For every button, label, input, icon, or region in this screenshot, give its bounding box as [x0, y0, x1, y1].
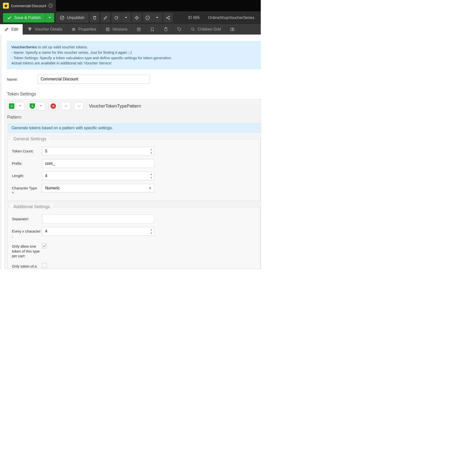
svg-point-8 — [74, 29, 75, 30]
pencil-icon — [103, 16, 108, 20]
help-heading: VoucherSeries — [11, 45, 37, 49]
tab-children-grid-label: Children Grid — [198, 27, 221, 32]
only-token-checkbox[interactable] — [42, 263, 47, 268]
additional-settings-legend: Additional Settings — [11, 204, 52, 209]
separator-input[interactable] — [42, 215, 154, 223]
pattern-subtitle: Pattern — [5, 113, 261, 123]
delete-block-button[interactable]: ✕ — [49, 102, 58, 110]
every-x-spinner: ▲ ▼ — [149, 228, 153, 235]
check-icon — [7, 15, 12, 20]
tab-properties[interactable]: Properties — [67, 24, 101, 35]
share-button[interactable] — [163, 13, 173, 22]
prefix-input[interactable] — [42, 159, 154, 168]
locate-button[interactable] — [132, 13, 141, 22]
tag-icon — [177, 27, 182, 32]
svg-rect-10 — [106, 28, 107, 29]
spinner-up-button[interactable]: ▲ — [149, 228, 153, 231]
diamond-icon — [27, 27, 32, 32]
document-tab-title: Commercial-Discount — [11, 4, 46, 8]
versions-icon — [105, 27, 110, 32]
separator-row: Separator: — [12, 215, 260, 223]
save-publish-button[interactable]: Save & Publish — [3, 13, 45, 22]
tab-children-grid[interactable]: Children Grid — [186, 24, 226, 35]
chevron-up-icon — [64, 104, 68, 108]
clipboard-icon — [164, 27, 168, 32]
reload-button[interactable] — [112, 13, 121, 22]
share-icon — [166, 16, 170, 20]
block-type-title: VoucherTokenTypePattern — [87, 104, 141, 109]
svg-rect-14 — [137, 28, 140, 31]
info-button[interactable] — [143, 13, 152, 22]
svg-point-7 — [73, 28, 73, 29]
chevron-down-icon — [19, 105, 21, 107]
character-type-select[interactable] — [42, 184, 154, 193]
spinner-up-button[interactable]: ▲ — [149, 147, 153, 151]
chevron-down-icon — [124, 16, 127, 19]
tab-edit[interactable]: Edit — [0, 24, 23, 35]
book-icon — [230, 27, 235, 32]
save-dropdown-button[interactable] — [45, 13, 54, 22]
character-type-label: Character Type *: — [12, 184, 42, 195]
search-icon — [191, 27, 195, 32]
name-input[interactable] — [37, 75, 150, 84]
svg-point-2 — [136, 17, 137, 18]
token-count-spinner: ▲ ▼ — [149, 147, 153, 155]
move-down-button[interactable] — [74, 102, 83, 110]
name-label: Name: — [7, 77, 37, 81]
token-count-input[interactable] — [42, 147, 154, 156]
paste-group: + — [28, 102, 45, 110]
info-group — [143, 13, 162, 22]
token-settings-title: Token Settings — [7, 92, 261, 97]
tab-voucher-details-label: Voucher Details — [35, 27, 62, 32]
one-token-label: Only allow one token of this type per ca… — [12, 242, 42, 258]
move-up-button[interactable] — [62, 102, 70, 110]
tab-schedule[interactable] — [132, 24, 146, 35]
tab-dependencies[interactable] — [159, 24, 173, 35]
spinner-down-button[interactable]: ▼ — [149, 231, 153, 235]
tab-tags[interactable] — [173, 24, 186, 35]
tab-notes[interactable] — [146, 24, 159, 35]
every-x-input[interactable] — [42, 227, 154, 236]
pencil-icon — [4, 27, 9, 32]
close-icon[interactable] — [48, 3, 53, 8]
tab-voucher-details[interactable]: Voucher Details — [23, 24, 67, 35]
unpublish-button[interactable]: Unpublish — [56, 13, 88, 22]
one-token-checkbox[interactable] — [42, 243, 47, 248]
prefix-label: Prefix: — [12, 159, 42, 166]
chevron-down-icon: ▼ — [148, 186, 152, 190]
token-settings-block: + + ✕ VoucherTokenTypePattern Patt — [4, 99, 261, 269]
spinner-up-button[interactable]: ▲ — [149, 172, 153, 176]
tab-edit-label: Edit — [11, 27, 18, 32]
spinner-down-button[interactable]: ▼ — [149, 176, 153, 179]
paste-button[interactable]: + — [28, 102, 36, 110]
help-line-1: - Name: Specify a name for this voucher … — [11, 50, 132, 55]
tab-properties-label: Properties — [78, 27, 96, 32]
unpublish-label: Unpublish — [67, 16, 85, 20]
save-group: Save & Publish — [3, 13, 54, 22]
shield-plus-icon: + — [30, 103, 35, 109]
length-input[interactable] — [42, 171, 154, 180]
add-dropdown-button[interactable] — [16, 102, 24, 110]
add-button[interactable]: + — [7, 102, 16, 110]
rename-button[interactable] — [101, 13, 110, 22]
add-group: + — [7, 102, 24, 110]
tab-versions[interactable]: Versions — [101, 24, 132, 35]
document-tab[interactable]: Commercial-Discount — [0, 0, 56, 11]
tab-versions-label: Versions — [112, 27, 127, 32]
character-type-row: Character Type *: ▼ — [12, 184, 260, 195]
calendar-icon — [137, 27, 141, 32]
panel-tabs: Edit Voucher Details Properties Versions — [0, 24, 261, 35]
sliders-icon — [71, 27, 76, 32]
x-icon: ✕ — [51, 103, 56, 109]
every-x-label: Every x character : — [12, 227, 42, 238]
spinner-down-button[interactable]: ▼ — [149, 151, 153, 155]
paste-dropdown-button[interactable] — [36, 102, 45, 110]
save-publish-label: Save & Publish — [14, 16, 41, 20]
info-dropdown-button[interactable] — [153, 13, 162, 22]
delete-button[interactable] — [90, 13, 99, 22]
tab-workflow[interactable] — [226, 24, 240, 35]
chevron-down-icon — [48, 16, 51, 19]
token-count-row: Token Count: ▲ ▼ — [12, 147, 260, 156]
help-line-2: - Token Settings: Specify a token calcul… — [11, 56, 172, 60]
reload-dropdown-button[interactable] — [121, 13, 131, 22]
